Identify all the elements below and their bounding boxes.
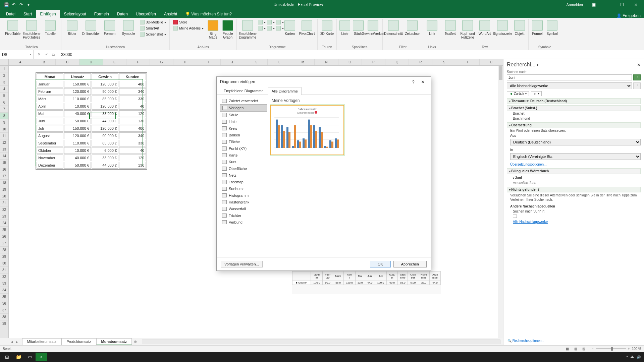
chart-category-item[interactable]: Linie (220, 118, 267, 125)
fx-icon[interactable]: fx (51, 52, 56, 57)
row-header[interactable]: 7 (0, 106, 8, 113)
row-header[interactable]: 8 (0, 113, 8, 119)
signature-line-button[interactable]: Signaturzeile (493, 19, 512, 36)
translate-from-select[interactable]: Deutsch (Deutschland) (510, 139, 641, 145)
qat-customize-icon[interactable]: ▾ (25, 2, 32, 8)
row-header[interactable]: 33 (0, 280, 8, 287)
link-button[interactable]: Link (425, 19, 439, 36)
reference-select[interactable]: Alle Nachschlagewerke (507, 82, 632, 89)
chart-category-item[interactable]: Treemap (220, 179, 267, 185)
store-button[interactable]: Store (172, 19, 205, 25)
symbol-button[interactable]: Symbol (545, 19, 559, 36)
forward-button[interactable]: ►▾ (531, 91, 542, 96)
thesaurus-result[interactable]: Brachet (507, 111, 641, 116)
page-break-view-icon[interactable]: ▧ (580, 347, 588, 351)
chart-category-item[interactable]: Punkt (XY) (220, 145, 267, 152)
row-header[interactable]: 32 (0, 274, 8, 280)
reference-go-icon[interactable]: → (633, 82, 641, 89)
column-header[interactable]: L (268, 59, 291, 65)
row-header[interactable]: 2 (0, 72, 8, 79)
search-input[interactable] (507, 74, 632, 80)
sheet-nav-first-icon[interactable]: ◄ (10, 340, 14, 344)
bilingual-section[interactable]: Bilinguales Wörterbuch (507, 168, 641, 174)
header-footer-button[interactable]: Kopf- und Fußzeile (459, 19, 476, 39)
column-header[interactable]: P (362, 59, 385, 65)
row-header[interactable]: 13 (0, 146, 8, 153)
row-header[interactable]: 30 (0, 260, 8, 267)
screenshot-button[interactable]: Screenshot ▾ (139, 32, 167, 37)
online-pictures-button[interactable]: Onlinebilder (82, 19, 100, 36)
column-header[interactable]: D (79, 59, 103, 65)
tab-seitenlayout[interactable]: Seitenlayout (60, 10, 90, 18)
sheet-nav-last-icon[interactable]: ► (15, 340, 19, 344)
object-button[interactable]: Objekt (513, 19, 526, 36)
not-found-section[interactable]: Nichts gefunden? (507, 187, 641, 192)
tab-datei[interactable]: Datei (2, 10, 19, 18)
chart-category-item[interactable]: Sunburst (220, 185, 267, 192)
column-header[interactable]: M (291, 59, 315, 65)
start-button[interactable]: ⊞ (1, 353, 13, 361)
chart-category-item[interactable]: Zuletzt verwendet (220, 98, 267, 104)
all-references-link[interactable]: Alle Nachschlagewerke (507, 219, 641, 224)
line-chart-icon[interactable]: ▾ (267, 19, 275, 25)
row-header[interactable]: 21 (0, 200, 8, 206)
zoom-in-icon[interactable]: + (628, 347, 630, 351)
column-header[interactable]: J (221, 59, 244, 65)
tab-daten[interactable]: Daten (113, 10, 132, 18)
dialog-close-icon[interactable]: ✕ (418, 79, 427, 84)
row-header[interactable]: 25 (0, 227, 8, 233)
column-header[interactable]: I (197, 59, 221, 65)
row-header[interactable]: 36 (0, 300, 8, 307)
row-header[interactable]: 24 (0, 220, 8, 227)
tray-up-icon[interactable]: ˄ (626, 355, 628, 359)
row-header[interactable]: 18 (0, 180, 8, 186)
ok-button[interactable]: OK (370, 261, 391, 267)
zoom-level[interactable]: 100 % (632, 347, 641, 351)
row-header[interactable]: 28 (0, 247, 8, 253)
3d-models-button[interactable]: 3D-Modelle ▾ (139, 19, 167, 25)
row-header[interactable]: 20 (0, 193, 8, 200)
chart-category-item[interactable]: Säule (220, 112, 267, 118)
volume-icon[interactable]: 🔊 (637, 355, 641, 359)
thesaurus-section[interactable]: Thesaurus: Deutsch (Deutschland) (507, 98, 641, 104)
undo-icon[interactable]: ↶ (11, 2, 17, 8)
shapes-button[interactable]: Formen (101, 19, 118, 36)
bar-chart-icon[interactable]: ▾ (258, 25, 266, 31)
area-chart-icon[interactable]: ▾ (267, 25, 275, 31)
chart-category-item[interactable]: Trichter (220, 212, 267, 219)
tab-start[interactable]: Start (19, 10, 36, 18)
chart-category-item[interactable]: Verbund (220, 219, 267, 226)
tab-ueberpruefen[interactable]: Überprüfen (132, 10, 160, 18)
research-options-link[interactable]: 🔍 Rechercheoptionen... (507, 339, 544, 343)
chart-category-item[interactable]: Kreis (220, 125, 267, 132)
row-header[interactable]: 17 (0, 173, 8, 180)
ribbon-display-icon[interactable]: ▣ (587, 0, 600, 9)
enter-formula-icon[interactable]: ✓ (44, 52, 49, 57)
tab-all-charts[interactable]: Alle Diagramme (268, 87, 302, 95)
tell-me[interactable]: 💡 Was möchten Sie tun? (181, 10, 236, 18)
minimize-icon[interactable]: ─ (601, 0, 614, 9)
row-header[interactable]: 35 (0, 294, 8, 300)
row-header[interactable]: 38 (0, 314, 8, 320)
column-header[interactable]: Q (385, 59, 409, 65)
row-header[interactable]: 3 (0, 79, 8, 86)
save-icon[interactable]: 💾 (3, 2, 9, 8)
column-header[interactable]: O (338, 59, 362, 65)
table-button[interactable]: Tabelle (42, 19, 59, 36)
maps-button[interactable]: Karten (282, 19, 297, 36)
row-header[interactable]: 10 (0, 126, 8, 133)
tab-formeln[interactable]: Formeln (90, 10, 113, 18)
sparkline-line-button[interactable]: Linie (339, 19, 351, 36)
select-all-corner[interactable] (0, 59, 8, 66)
row-header[interactable]: 22 (0, 206, 8, 213)
recommended-charts-button[interactable]: Empfohlene Diagramme (239, 19, 256, 39)
redo-icon[interactable]: ↷ (18, 2, 24, 8)
row-header[interactable]: 12 (0, 139, 8, 146)
column-header[interactable]: S (432, 59, 456, 65)
name-box[interactable]: D8▾ (0, 50, 34, 59)
column-header[interactable]: F (126, 59, 150, 65)
cancel-formula-icon[interactable]: ✕ (36, 52, 42, 57)
translation-section[interactable]: Übersetzung (507, 122, 641, 128)
tab-recommended-charts[interactable]: Empfohlene Diagramme (220, 87, 267, 95)
chart-category-item[interactable]: Balken (220, 132, 267, 138)
